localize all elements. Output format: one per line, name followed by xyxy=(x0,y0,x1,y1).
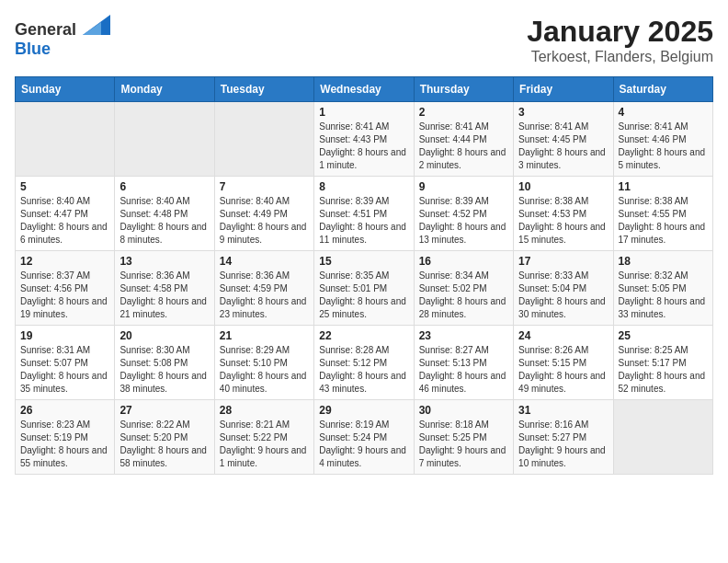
page-title: January 2025 xyxy=(527,15,713,49)
day-number: 18 xyxy=(619,255,708,268)
day-number: 31 xyxy=(518,404,608,417)
calendar-week-row: 26Sunrise: 8:23 AM Sunset: 5:19 PM Dayli… xyxy=(16,400,713,475)
day-of-week-header: Thursday xyxy=(414,77,513,102)
calendar-cell: 8Sunrise: 8:39 AM Sunset: 4:51 PM Daylig… xyxy=(314,177,414,251)
day-info: Sunrise: 8:22 AM Sunset: 5:20 PM Dayligh… xyxy=(119,419,209,470)
day-info: Sunrise: 8:30 AM Sunset: 5:08 PM Dayligh… xyxy=(119,344,209,396)
day-of-week-header: Monday xyxy=(115,77,214,102)
calendar-cell: 28Sunrise: 8:21 AM Sunset: 5:22 PM Dayli… xyxy=(214,400,313,475)
calendar-cell xyxy=(115,102,214,177)
day-number: 25 xyxy=(619,329,708,342)
day-info: Sunrise: 8:33 AM Sunset: 5:04 PM Dayligh… xyxy=(518,270,608,321)
day-number: 24 xyxy=(518,329,608,342)
day-of-week-header: Tuesday xyxy=(214,77,313,102)
day-number: 21 xyxy=(220,329,309,342)
day-number: 2 xyxy=(419,106,508,119)
day-info: Sunrise: 8:35 AM Sunset: 5:01 PM Dayligh… xyxy=(319,270,408,321)
calendar-week-row: 1Sunrise: 8:41 AM Sunset: 4:43 PM Daylig… xyxy=(16,102,713,177)
calendar-header-row: SundayMondayTuesdayWednesdayThursdayFrid… xyxy=(16,77,713,102)
calendar-cell: 29Sunrise: 8:19 AM Sunset: 5:24 PM Dayli… xyxy=(314,400,414,475)
day-info: Sunrise: 8:29 AM Sunset: 5:10 PM Dayligh… xyxy=(220,344,309,396)
page-subtitle: Terkoest, Flanders, Belgium xyxy=(527,49,713,65)
day-of-week-header: Wednesday xyxy=(314,77,414,102)
calendar-cell: 25Sunrise: 8:25 AM Sunset: 5:17 PM Dayli… xyxy=(613,326,712,400)
calendar-cell: 30Sunrise: 8:18 AM Sunset: 5:25 PM Dayli… xyxy=(414,400,513,475)
day-number: 3 xyxy=(518,106,608,119)
day-number: 14 xyxy=(220,255,309,268)
day-info: Sunrise: 8:16 AM Sunset: 5:27 PM Dayligh… xyxy=(518,419,608,470)
day-of-week-header: Friday xyxy=(514,77,613,102)
calendar-cell: 11Sunrise: 8:38 AM Sunset: 4:55 PM Dayli… xyxy=(613,177,712,251)
day-info: Sunrise: 8:39 AM Sunset: 4:51 PM Dayligh… xyxy=(319,195,408,247)
calendar-cell xyxy=(16,102,115,177)
day-number: 30 xyxy=(419,404,508,417)
calendar-week-row: 12Sunrise: 8:37 AM Sunset: 4:56 PM Dayli… xyxy=(16,251,713,326)
calendar-cell: 5Sunrise: 8:40 AM Sunset: 4:47 PM Daylig… xyxy=(16,177,115,251)
day-number: 15 xyxy=(319,255,408,268)
day-info: Sunrise: 8:34 AM Sunset: 5:02 PM Dayligh… xyxy=(419,270,508,321)
calendar-cell: 27Sunrise: 8:22 AM Sunset: 5:20 PM Dayli… xyxy=(115,400,214,475)
calendar-cell: 13Sunrise: 8:36 AM Sunset: 4:58 PM Dayli… xyxy=(115,251,214,326)
day-number: 12 xyxy=(20,255,109,268)
day-info: Sunrise: 8:41 AM Sunset: 4:46 PM Dayligh… xyxy=(619,121,708,172)
svg-marker-1 xyxy=(83,22,101,35)
calendar-cell: 26Sunrise: 8:23 AM Sunset: 5:19 PM Dayli… xyxy=(16,400,115,475)
calendar-cell xyxy=(613,400,712,475)
day-info: Sunrise: 8:21 AM Sunset: 5:22 PM Dayligh… xyxy=(220,419,309,470)
day-info: Sunrise: 8:19 AM Sunset: 5:24 PM Dayligh… xyxy=(319,419,408,470)
day-number: 10 xyxy=(518,180,608,193)
logo: General Blue xyxy=(15,15,110,59)
day-info: Sunrise: 8:38 AM Sunset: 4:53 PM Dayligh… xyxy=(518,195,608,247)
calendar-cell: 21Sunrise: 8:29 AM Sunset: 5:10 PM Dayli… xyxy=(214,326,313,400)
day-info: Sunrise: 8:41 AM Sunset: 4:44 PM Dayligh… xyxy=(419,121,508,172)
calendar-cell: 6Sunrise: 8:40 AM Sunset: 4:48 PM Daylig… xyxy=(115,177,214,251)
calendar-cell: 3Sunrise: 8:41 AM Sunset: 4:45 PM Daylig… xyxy=(514,102,613,177)
day-number: 5 xyxy=(20,180,109,193)
calendar-cell: 12Sunrise: 8:37 AM Sunset: 4:56 PM Dayli… xyxy=(16,251,115,326)
logo-general: General xyxy=(15,20,76,39)
calendar-cell: 19Sunrise: 8:31 AM Sunset: 5:07 PM Dayli… xyxy=(16,326,115,400)
day-number: 7 xyxy=(220,180,309,193)
day-info: Sunrise: 8:32 AM Sunset: 5:05 PM Dayligh… xyxy=(619,270,708,321)
calendar-cell: 23Sunrise: 8:27 AM Sunset: 5:13 PM Dayli… xyxy=(414,326,513,400)
day-info: Sunrise: 8:26 AM Sunset: 5:15 PM Dayligh… xyxy=(518,344,608,396)
calendar-cell: 17Sunrise: 8:33 AM Sunset: 5:04 PM Dayli… xyxy=(514,251,613,326)
calendar-table: SundayMondayTuesdayWednesdayThursdayFrid… xyxy=(15,76,713,475)
calendar-week-row: 5Sunrise: 8:40 AM Sunset: 4:47 PM Daylig… xyxy=(16,177,713,251)
day-number: 17 xyxy=(518,255,608,268)
title-block: January 2025 Terkoest, Flanders, Belgium xyxy=(527,15,713,65)
day-info: Sunrise: 8:23 AM Sunset: 5:19 PM Dayligh… xyxy=(20,419,109,470)
calendar-cell xyxy=(214,102,313,177)
day-info: Sunrise: 8:38 AM Sunset: 4:55 PM Dayligh… xyxy=(619,195,708,247)
day-number: 9 xyxy=(419,180,508,193)
day-number: 20 xyxy=(119,329,209,342)
day-number: 23 xyxy=(419,329,508,342)
day-info: Sunrise: 8:41 AM Sunset: 4:45 PM Dayligh… xyxy=(518,121,608,172)
day-info: Sunrise: 8:36 AM Sunset: 4:58 PM Dayligh… xyxy=(119,270,209,321)
calendar-cell: 1Sunrise: 8:41 AM Sunset: 4:43 PM Daylig… xyxy=(314,102,414,177)
day-number: 29 xyxy=(319,404,408,417)
day-number: 27 xyxy=(119,404,209,417)
day-info: Sunrise: 8:36 AM Sunset: 4:59 PM Dayligh… xyxy=(220,270,309,321)
day-number: 22 xyxy=(319,329,408,342)
day-number: 28 xyxy=(220,404,309,417)
day-number: 11 xyxy=(619,180,708,193)
calendar-cell: 18Sunrise: 8:32 AM Sunset: 5:05 PM Dayli… xyxy=(613,251,712,326)
day-info: Sunrise: 8:27 AM Sunset: 5:13 PM Dayligh… xyxy=(419,344,508,396)
day-of-week-header: Saturday xyxy=(613,77,712,102)
day-number: 1 xyxy=(319,106,408,119)
calendar-cell: 15Sunrise: 8:35 AM Sunset: 5:01 PM Dayli… xyxy=(314,251,414,326)
calendar-cell: 9Sunrise: 8:39 AM Sunset: 4:52 PM Daylig… xyxy=(414,177,513,251)
day-info: Sunrise: 8:39 AM Sunset: 4:52 PM Dayligh… xyxy=(419,195,508,247)
day-number: 13 xyxy=(119,255,209,268)
day-number: 8 xyxy=(319,180,408,193)
day-info: Sunrise: 8:25 AM Sunset: 5:17 PM Dayligh… xyxy=(619,344,708,396)
day-info: Sunrise: 8:40 AM Sunset: 4:47 PM Dayligh… xyxy=(20,195,109,247)
logo-text: General Blue xyxy=(15,15,110,59)
day-info: Sunrise: 8:40 AM Sunset: 4:48 PM Dayligh… xyxy=(119,195,209,247)
day-info: Sunrise: 8:41 AM Sunset: 4:43 PM Dayligh… xyxy=(319,121,408,172)
page-header: General Blue January 2025 Terkoest, Flan… xyxy=(15,15,713,65)
calendar-cell: 4Sunrise: 8:41 AM Sunset: 4:46 PM Daylig… xyxy=(613,102,712,177)
day-info: Sunrise: 8:28 AM Sunset: 5:12 PM Dayligh… xyxy=(319,344,408,396)
calendar-cell: 16Sunrise: 8:34 AM Sunset: 5:02 PM Dayli… xyxy=(414,251,513,326)
